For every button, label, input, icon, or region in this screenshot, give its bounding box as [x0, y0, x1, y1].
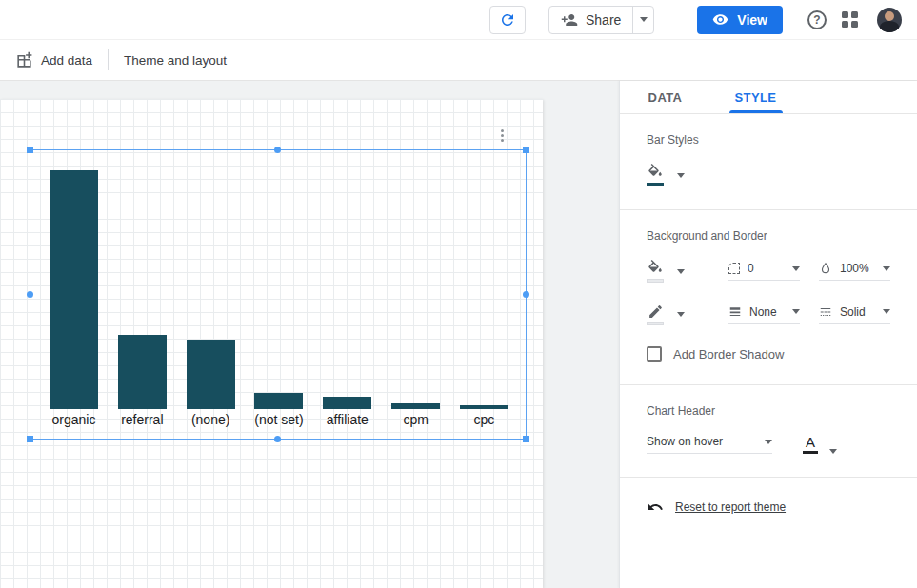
refresh-button[interactable] — [489, 6, 526, 34]
active-tab-indicator — [729, 110, 783, 113]
refresh-icon — [499, 11, 516, 29]
chart-header-title: Chart Header — [647, 404, 890, 418]
panel-footer: Reset to report theme — [620, 478, 917, 537]
theme-and-layout-button[interactable]: Theme and layout — [124, 53, 227, 68]
panel-tabs: DATA STYLE — [620, 81, 917, 114]
selection-handle-middle-right[interactable] — [523, 291, 529, 298]
border-style-value: Solid — [840, 305, 866, 319]
apps-grid-icon[interactable] — [842, 11, 858, 28]
section-background-border: Background and Border 0 100% — [620, 210, 917, 385]
checkbox-unchecked-icon[interactable] — [647, 346, 662, 362]
reset-to-report-theme-link[interactable]: Reset to report theme — [675, 500, 786, 514]
text-color-icon: A — [803, 435, 818, 454]
view-button[interactable]: View — [697, 6, 783, 34]
chevron-down-icon — [883, 309, 890, 314]
chart-header-visibility-select[interactable]: Show on hover — [647, 435, 772, 454]
selection-handle-bottom-left[interactable] — [27, 436, 33, 442]
opacity-select[interactable]: 100% — [819, 262, 890, 281]
chevron-down-icon — [640, 17, 648, 22]
person-add-icon — [561, 11, 578, 29]
fill-color-icon — [647, 260, 664, 283]
opacity-droplet-icon — [819, 262, 832, 275]
chevron-down-icon — [829, 449, 837, 454]
undo-icon — [647, 499, 664, 516]
section-bar-styles: Bar Styles — [620, 114, 917, 210]
border-color-picker[interactable] — [647, 304, 685, 325]
line-style-icon — [819, 305, 832, 319]
tab-style-label: STYLE — [735, 90, 777, 105]
section-chart-header: Chart Header Show on hover A — [620, 385, 917, 478]
chevron-down-icon — [765, 440, 772, 444]
app-header: Share View ? — [0, 0, 917, 40]
selection-handle-top-left[interactable] — [27, 147, 33, 153]
add-data-icon — [15, 51, 33, 69]
tab-style[interactable]: STYLE — [710, 81, 801, 113]
bar-styles-title: Bar Styles — [647, 133, 890, 147]
share-button[interactable]: Share — [549, 7, 632, 33]
chart-header-visibility-value: Show on hover — [647, 435, 723, 448]
chevron-down-icon — [792, 309, 800, 314]
chevron-down-icon — [883, 266, 890, 271]
share-button-group: Share — [548, 6, 654, 34]
background-border-title: Background and Border — [647, 229, 890, 243]
add-border-shadow-checkbox-row[interactable]: Add Border Shadow — [647, 346, 890, 362]
eye-icon — [712, 11, 728, 28]
edit-toolbar: Add data Theme and layout — [0, 40, 917, 81]
theme-layout-label: Theme and layout — [124, 53, 227, 68]
share-dropdown-button[interactable] — [632, 7, 653, 33]
border-radius-select[interactable]: 0 — [728, 262, 800, 281]
report-canvas[interactable]: organicreferral(none)(not set)affiliatec… — [0, 99, 543, 588]
view-button-label: View — [737, 12, 767, 28]
border-color-pencil-icon — [647, 304, 664, 325]
properties-panel: DATA STYLE Bar Styles Background and Bor… — [619, 81, 917, 588]
selection-handle-middle-left[interactable] — [27, 291, 33, 298]
chevron-down-icon — [792, 266, 800, 271]
tab-data-label: DATA — [648, 90, 683, 105]
add-data-label: Add data — [41, 53, 92, 68]
workspace: organicreferral(none)(not set)affiliatec… — [0, 81, 917, 588]
border-weight-select[interactable]: None — [728, 305, 800, 324]
selection-handle-bottom-middle[interactable] — [274, 436, 281, 442]
user-avatar[interactable] — [877, 8, 902, 32]
selection-handle-top-right[interactable] — [523, 147, 529, 153]
header-text-color-picker[interactable]: A — [803, 435, 837, 454]
background-color-picker[interactable] — [647, 260, 685, 283]
add-border-shadow-label: Add Border Shadow — [673, 347, 784, 362]
chevron-down-icon — [677, 173, 685, 178]
rounded-corner-icon — [728, 263, 740, 274]
selection-handle-top-middle[interactable] — [274, 147, 281, 153]
chart-more-menu-icon[interactable] — [497, 126, 508, 146]
border-radius-value: 0 — [748, 262, 754, 275]
selection-handle-bottom-right[interactable] — [523, 436, 529, 442]
fill-color-icon — [647, 164, 664, 186]
border-style-select[interactable]: Solid — [819, 305, 890, 324]
border-weight-value: None — [749, 305, 777, 319]
tab-data[interactable]: DATA — [620, 81, 710, 113]
chevron-down-icon — [677, 312, 685, 317]
share-button-label: Share — [586, 12, 621, 28]
chevron-down-icon — [677, 269, 685, 274]
help-icon[interactable]: ? — [807, 10, 827, 29]
chart-selection-box[interactable] — [30, 149, 527, 440]
toolbar-divider — [108, 49, 109, 70]
add-data-button[interactable]: Add data — [15, 51, 92, 69]
bar-color-picker[interactable] — [647, 164, 890, 186]
opacity-value: 100% — [840, 262, 869, 275]
line-weight-icon — [728, 305, 742, 319]
